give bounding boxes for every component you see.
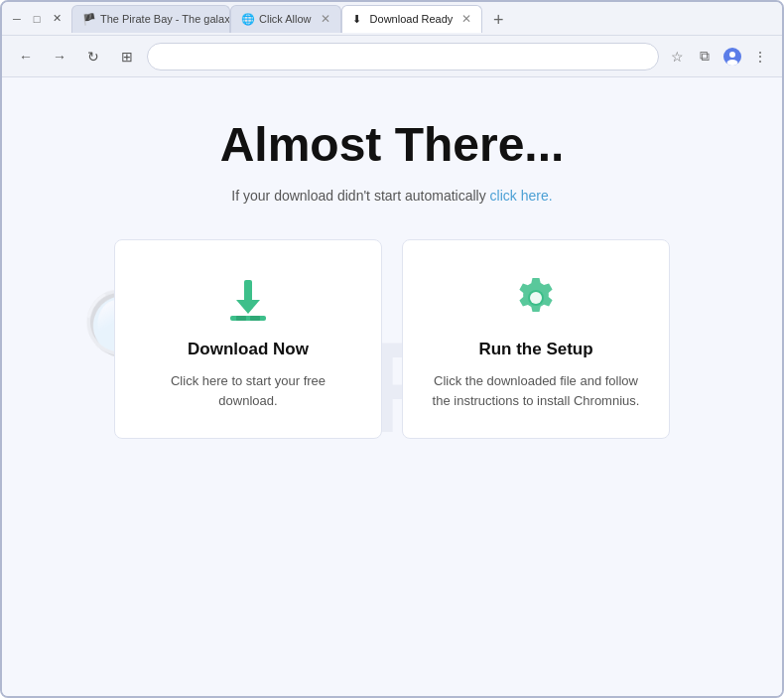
svg-marker-4 bbox=[236, 300, 260, 314]
back-icon: ← bbox=[19, 49, 33, 65]
profile-icon[interactable] bbox=[720, 45, 744, 69]
tab3-close-icon[interactable]: ✕ bbox=[461, 12, 471, 26]
tab2-label: Click Allow bbox=[259, 13, 312, 25]
svg-rect-7 bbox=[250, 316, 260, 321]
title-bar: ─ □ ✕ 🏴 The Pirate Bay - The galaxy's m.… bbox=[2, 2, 782, 36]
svg-rect-5 bbox=[230, 316, 266, 321]
subtitle-text: If your download didn't start automatica… bbox=[231, 188, 489, 204]
cards-row: Download Now Click here to start your fr… bbox=[55, 239, 729, 439]
tab-pirate-bay[interactable]: 🏴 The Pirate Bay - The galaxy's m... ✕ bbox=[71, 5, 230, 33]
svg-rect-3 bbox=[244, 280, 252, 302]
download-now-desc: Click here to start your free download. bbox=[143, 371, 353, 410]
svg-rect-6 bbox=[236, 316, 246, 321]
extensions-icon: ⊞ bbox=[121, 49, 133, 65]
download-now-card[interactable]: Download Now Click here to start your fr… bbox=[114, 239, 382, 439]
content-area: Almost There... If your download didn't … bbox=[55, 117, 729, 439]
browser-window: ─ □ ✕ 🏴 The Pirate Bay - The galaxy's m.… bbox=[0, 0, 784, 698]
tab2-close-icon[interactable]: ✕ bbox=[321, 12, 330, 26]
svg-point-8 bbox=[530, 292, 542, 304]
click-here-link[interactable]: click here. bbox=[490, 188, 553, 204]
menu-icon[interactable]: ⋮ bbox=[748, 45, 772, 69]
tab3-label: Download Ready bbox=[370, 13, 454, 25]
extensions-button[interactable]: ⊞ bbox=[113, 43, 141, 70]
toolbar: ← → ↻ ⊞ ☆ ⧉ bbox=[2, 36, 782, 77]
toolbar-icons: ☆ ⧉ ⋮ bbox=[665, 45, 772, 69]
window-controls: ─ □ ✕ bbox=[10, 12, 64, 26]
reload-button[interactable]: ↻ bbox=[79, 43, 107, 70]
run-setup-title: Run the Setup bbox=[478, 340, 592, 359]
bookmark-icon[interactable]: ☆ bbox=[665, 45, 689, 69]
new-tab-icon: + bbox=[493, 10, 504, 31]
run-setup-card[interactable]: Run the Setup Click the downloaded file … bbox=[402, 239, 670, 439]
extensions-bar-icon[interactable]: ⧉ bbox=[693, 45, 717, 69]
gear-icon bbox=[510, 272, 562, 328]
tab2-favicon: 🌐 bbox=[241, 13, 254, 26]
minimize-button[interactable]: ─ bbox=[10, 12, 24, 26]
back-button[interactable]: ← bbox=[12, 43, 40, 70]
forward-icon: → bbox=[53, 49, 66, 65]
subtitle: If your download didn't start automatica… bbox=[231, 188, 552, 204]
download-now-title: Download Now bbox=[188, 340, 309, 359]
tab3-favicon: ⬇ bbox=[352, 13, 365, 26]
tab1-favicon: 🏴 bbox=[82, 13, 95, 26]
tab-download-ready[interactable]: ⬇ Download Ready ✕ bbox=[341, 5, 483, 33]
tab1-label: The Pirate Bay - The galaxy's m... bbox=[100, 13, 230, 25]
maximize-button[interactable]: □ bbox=[30, 12, 44, 26]
new-tab-button[interactable]: + bbox=[486, 9, 510, 33]
download-icon bbox=[222, 272, 274, 328]
reload-icon: ↻ bbox=[87, 49, 99, 65]
address-bar[interactable] bbox=[147, 43, 659, 70]
tab-click-allow[interactable]: 🌐 Click Allow ✕ bbox=[230, 5, 341, 33]
tabs-row: 🏴 The Pirate Bay - The galaxy's m... ✕ 🌐… bbox=[71, 5, 774, 33]
close-button[interactable]: ✕ bbox=[50, 12, 64, 26]
page-content: 🔍 OFF Almost There... If your download d… bbox=[2, 77, 782, 696]
svg-point-1 bbox=[729, 52, 735, 58]
forward-button[interactable]: → bbox=[46, 43, 73, 70]
svg-point-2 bbox=[727, 60, 738, 66]
run-setup-desc: Click the downloaded file and follow the… bbox=[431, 371, 641, 410]
main-title: Almost There... bbox=[220, 117, 565, 172]
